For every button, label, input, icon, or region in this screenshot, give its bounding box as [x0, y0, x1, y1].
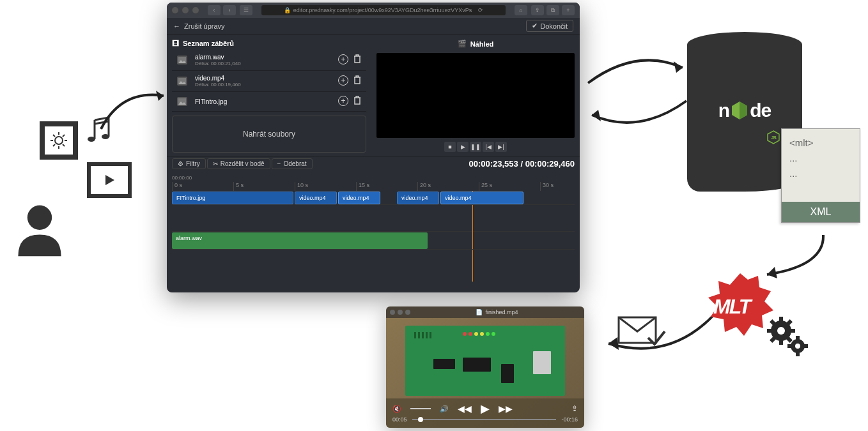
next-frame-button[interactable]: ▶| [495, 142, 507, 152]
forward-button[interactable]: ▶▶ [499, 404, 513, 414]
player-time-current: 00:05 [392, 416, 407, 423]
svg-point-10 [88, 137, 95, 142]
timeline-clip[interactable]: video.mp4 [295, 192, 337, 204]
media-source-icons [40, 121, 142, 198]
empty-track[interactable] [172, 206, 575, 232]
ruler-tick: 5 s [233, 182, 244, 191]
remove-button[interactable]: −Odebrat [272, 158, 313, 169]
home-icon[interactable]: ⌂ [515, 5, 527, 15]
filters-button[interactable]: ⚙Filtry [172, 158, 206, 169]
timeline-ruler[interactable]: 0 s5 s10 s15 s20 s25 s30 s [172, 182, 575, 191]
svg-point-0 [27, 206, 52, 230]
sidebar-toggle-icon[interactable]: ☰ [240, 5, 252, 15]
svg-rect-18 [779, 317, 783, 322]
svg-line-9 [53, 144, 55, 146]
file-name: FITintro.jpg [195, 98, 330, 105]
add-to-timeline-button[interactable]: + [338, 75, 348, 86]
music-note-icon [83, 115, 115, 147]
new-tab-icon[interactable]: + [562, 5, 575, 15]
player-titlebar: 📄finished.mp4 [386, 306, 584, 318]
ruler-tick: 15 s [356, 182, 369, 191]
minus-icon: − [277, 160, 281, 167]
file-item[interactable]: video.mp4Délka: 00:00:19,460+ [172, 71, 366, 92]
svg-rect-29 [796, 352, 800, 356]
svg-rect-19 [779, 340, 783, 345]
play-button[interactable]: ▶ [481, 402, 490, 416]
audio-track-1[interactable]: alarm.wav [172, 232, 575, 250]
ruler-tick: 25 s [479, 182, 492, 191]
svg-line-6 [53, 135, 55, 137]
svg-text:JS: JS [771, 135, 777, 140]
timeline-clip[interactable]: video.mp4 [397, 192, 439, 204]
xml-line: ... [789, 166, 852, 181]
player-traffic-lights[interactable] [390, 310, 410, 315]
empty-track-2[interactable] [172, 251, 575, 282]
file-thumb-icon [177, 77, 187, 86]
delete-file-button[interactable] [353, 75, 361, 87]
svg-point-11 [102, 134, 109, 139]
output-video-player: 📄finished.mp4 🔇 🔊 ◀◀ ▶ ▶▶ ⇪ 00:05 [386, 306, 584, 428]
file-item[interactable]: alarm.wavDélka: 00:00:21,040+ [172, 50, 366, 71]
scrub-bar[interactable] [412, 419, 557, 420]
finish-button[interactable]: ✔Dokončit [526, 20, 573, 32]
add-to-timeline-button[interactable]: + [338, 54, 348, 64]
timeline-clip[interactable]: FITintro.jpg [172, 192, 293, 204]
back-arrow-icon: ← [173, 22, 180, 30]
file-meta: Délka: 00:00:19,460 [195, 82, 330, 87]
svg-rect-21 [790, 329, 795, 333]
stop-button[interactable]: ■ [444, 142, 456, 152]
rewind-button[interactable]: ◀◀ [458, 404, 472, 414]
svg-rect-31 [804, 344, 808, 348]
pause-button[interactable]: ❚❚ [470, 142, 481, 152]
svg-rect-28 [796, 336, 800, 340]
file-thumb-icon [177, 56, 187, 64]
photo-icon [40, 121, 78, 160]
ruler-start: 00:00:00 [172, 174, 575, 182]
film-icon: 🎞 [172, 40, 179, 47]
file-meta: Délka: 00:00:21,040 [195, 61, 330, 66]
url-bar[interactable]: 🔒editor.prednasky.com/project/00w9x92V3A… [261, 5, 506, 15]
mlt-text: MLT [713, 295, 750, 319]
ruler-tick: 0 s [172, 182, 182, 191]
add-to-timeline-button[interactable]: + [338, 96, 348, 106]
preview-video[interactable] [376, 53, 575, 138]
mlt-framework-logo: MLT [702, 268, 798, 351]
cut-icon: ✂ [213, 160, 218, 167]
timeline-tracks[interactable]: FITintro.jpgvideo.mp4video.mp4video.mp4v… [172, 191, 575, 282]
check-icon: ✔ [532, 22, 538, 30]
timeline[interactable]: 00:00:00 0 s5 s10 s15 s20 s25 s30 s FITi… [167, 171, 580, 284]
delete-file-button[interactable] [353, 96, 361, 107]
tabs-icon[interactable]: ⧉ [546, 5, 559, 15]
volume-icon[interactable]: 🔇 [392, 405, 401, 413]
traffic-lights[interactable] [172, 7, 199, 13]
video-track-1[interactable]: FITintro.jpgvideo.mp4video.mp4video.mp4v… [172, 191, 575, 205]
play-button[interactable]: ▶ [457, 142, 469, 152]
volume-up-icon[interactable]: 🔊 [440, 405, 449, 413]
share-icon[interactable]: ⇪ [531, 5, 544, 15]
ruler-tick: 20 s [417, 182, 431, 191]
svg-point-1 [55, 137, 63, 144]
svg-point-27 [795, 344, 800, 349]
share-icon[interactable]: ⇪ [571, 404, 578, 413]
timeline-clip[interactable]: alarm.wav [172, 232, 428, 249]
delete-file-button[interactable] [353, 54, 361, 66]
clips-panel: 🎞Seznam záběrů alarm.wavDélka: 00:00:21,… [167, 34, 371, 156]
gears-icon [766, 313, 810, 358]
cancel-edits-button[interactable]: ←Zrušit úpravy [173, 22, 225, 30]
vol-slider[interactable] [410, 408, 431, 409]
upload-dropzone[interactable]: Nahrát soubory [172, 116, 366, 153]
split-button[interactable]: ✂Rozdělit v bodě [207, 158, 270, 169]
file-item[interactable]: FITintro.jpg+ [172, 92, 366, 112]
clapper-icon: 🎬 [458, 40, 467, 48]
timeline-clip[interactable]: video.mp4 [338, 192, 380, 204]
back-button[interactable]: ‹ [208, 5, 221, 15]
file-name: alarm.wav [195, 54, 330, 61]
file-name: video.mp4 [195, 75, 330, 82]
forward-button[interactable]: › [223, 5, 236, 15]
svg-line-7 [63, 144, 65, 146]
player-video-area[interactable]: 🔇 🔊 ◀◀ ▶ ▶▶ ⇪ 00:05 -00:16 [386, 318, 584, 428]
preview-title: Náhled [470, 40, 494, 48]
preview-panel: 🎬Náhled ■ ▶ ❚❚ |◀ ▶| [371, 34, 580, 156]
prev-frame-button[interactable]: |◀ [483, 142, 494, 152]
timeline-clip[interactable]: video.mp4 [440, 192, 523, 204]
